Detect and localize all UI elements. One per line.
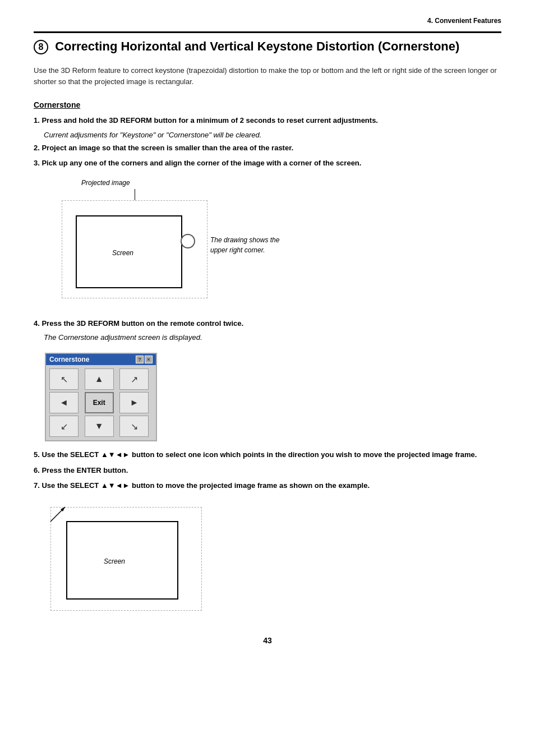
step-1-italic: Current adjusments for "Keystone" or "Co… [44, 131, 501, 139]
step-1: 1. Press and hold the 3D REFORM button f… [34, 115, 501, 126]
proj-arrow [135, 189, 135, 200]
cs-cell-exit[interactable]: Exit [85, 392, 114, 413]
step-2-bold: 2. Project an image so that the screen i… [34, 144, 293, 152]
diagram-1: Projected image Screen The drawing shows… [45, 179, 501, 308]
screen-label-2: Screen [104, 557, 125, 565]
screen-label-1: Screen [112, 249, 133, 257]
step-3-bold: 3. Pick up any one of the corners and al… [34, 159, 361, 167]
cornerstone-title: Cornerstone [49, 356, 89, 363]
step-6-bold: 6. Press the ENTER button. [34, 466, 128, 474]
cs-cell-right[interactable]: ► [119, 392, 149, 413]
intro-paragraph: Use the 3D Reform feature to correct key… [34, 65, 501, 89]
cs-cell-down[interactable]: ▼ [85, 416, 114, 437]
corner-circle [181, 234, 195, 248]
step-1-bold: 1. Press and hold the 3D REFORM button f… [34, 116, 378, 125]
diagram-2: Screen [45, 501, 501, 619]
step-7-bold: 7. Use the SELECT ▲▼◄► button to move th… [34, 481, 370, 490]
cornerstone-titlebar: Cornerstone ? × [46, 354, 156, 365]
cs-cell-up[interactable]: ▲ [85, 368, 114, 390]
main-title: 8 Correcting Horizontal and Vertical Key… [34, 31, 501, 55]
step-4: 4. Press the 3D REFORM button on the rem… [34, 318, 501, 329]
section-number: 8 [34, 40, 48, 54]
corner-arrow-svg [49, 506, 72, 523]
close-icon: × [145, 356, 153, 363]
cs-cell-bottomright[interactable]: ↘ [119, 416, 149, 437]
title-text: Correcting Horizontal and Vertical Keyst… [55, 39, 459, 53]
cornerstone-ui-box: Cornerstone ? × ↖ ▲ ↗ ◄ Exit ► ↙ ▼ ↘ [45, 353, 157, 441]
steps-1-3: 1. Press and hold the 3D REFORM button f… [34, 115, 501, 169]
cs-cell-topright[interactable]: ↗ [119, 368, 149, 390]
step-3: 3. Pick up any one of the corners and al… [34, 158, 501, 169]
step-7: 7. Use the SELECT ▲▼◄► button to move th… [34, 480, 501, 491]
cs-cell-topleft[interactable]: ↖ [49, 368, 79, 390]
step-6: 6. Press the ENTER button. [34, 465, 501, 476]
step-5-bold: 5. Use the SELECT ▲▼◄► button to select … [34, 450, 477, 459]
step-4-bold: 4. Press the 3D REFORM button on the rem… [34, 319, 243, 328]
drawing-note: The drawing shows theupper right corner. [210, 235, 279, 255]
step-4-italic: The Cornerstone adjustment screen is dis… [44, 333, 501, 342]
page-number: 43 [34, 636, 501, 645]
step-2: 2. Project an image so that the screen i… [34, 142, 501, 154]
cornerstone-grid: ↖ ▲ ↗ ◄ Exit ► ↙ ▼ ↘ [46, 365, 156, 440]
cs-cell-bottomleft[interactable]: ↙ [49, 416, 79, 437]
help-icon: ? [136, 356, 144, 363]
projected-image-label: Projected image [81, 179, 130, 187]
cornerstone-section-title: Cornerstone [34, 100, 501, 109]
step-5: 5. Use the SELECT ▲▼◄► button to select … [34, 449, 501, 460]
steps-5-7: 5. Use the SELECT ▲▼◄► button to select … [34, 449, 501, 491]
cs-cell-left[interactable]: ◄ [49, 392, 79, 413]
chapter-header: 4. Convenient Features [34, 17, 501, 25]
page: 4. Convenient Features 8 Correcting Hori… [0, 0, 535, 679]
titlebar-icons: ? × [136, 356, 153, 363]
chapter-title: 4. Convenient Features [427, 17, 501, 25]
